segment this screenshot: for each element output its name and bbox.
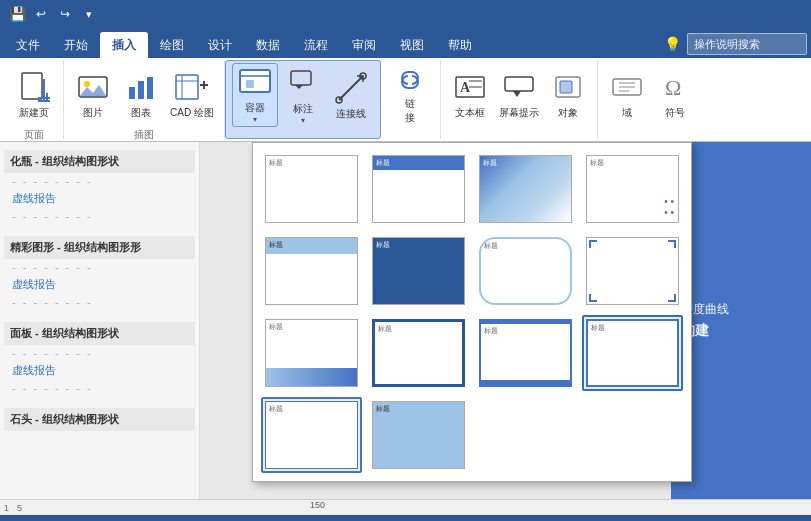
ribbon: 文件 开始 插入 绘图 设计 数据 流程 审阅 视图 帮助 💡 操作说明搜索 新… [0, 28, 811, 142]
right-panel-line1: 密度曲线 [681, 301, 801, 318]
container-thumb-3[interactable]: 标题 [475, 151, 576, 227]
sidebar-dashes-1: - - - - - - - - [4, 175, 195, 187]
container-thumb-5[interactable]: 标题 [261, 233, 362, 309]
tab-design[interactable]: 设计 [196, 32, 244, 58]
new-page-icon [16, 69, 52, 105]
sidebar-dashes-4: - - - - - - - - [4, 296, 195, 308]
picture-label: 图片 [83, 106, 103, 120]
chart-button[interactable]: 图表 [118, 62, 164, 126]
right-panel: 密度曲线 构建 [671, 142, 811, 499]
svg-rect-0 [22, 73, 42, 99]
tab-home[interactable]: 开始 [52, 32, 100, 58]
container-thumb-7[interactable]: 标题 [475, 233, 576, 309]
container-thumb-1[interactable]: 标题 [261, 151, 362, 227]
container-thumb-10[interactable]: 标题 [368, 315, 469, 391]
save-icon[interactable]: 💾 [8, 5, 26, 23]
sidebar-section-3-title: 面板 - 组织结构图形状 [4, 322, 195, 345]
link-label: 链接 [405, 97, 415, 125]
container-thumb-4[interactable]: 标题 • •• • [582, 151, 683, 227]
tooltip-button[interactable]: 屏幕提示 [495, 62, 543, 126]
title-bar-icons: 💾 ↩ ↪ ▾ [8, 5, 98, 23]
container-thumb-empty-1 [475, 397, 576, 473]
object-icon [550, 69, 586, 105]
textbox-button[interactable]: A 文本框 [447, 62, 493, 126]
ribbon-group-container-items: 容器 ▾ 标注 ▾ 连接线 [232, 63, 374, 134]
annotation-label: 标注 [293, 102, 313, 116]
annotation-icon [285, 65, 321, 101]
ruler-number-2: 5 [17, 503, 22, 513]
container-thumbnail-grid: 标题 标题 标题 标题 • •• • [261, 151, 683, 473]
picture-button[interactable]: 图片 [70, 62, 116, 126]
container-thumb-11[interactable]: 标题 [475, 315, 576, 391]
sidebar-section-1-title: 化瓶 - 组织结构图形状 [4, 150, 195, 173]
tab-help[interactable]: 帮助 [436, 32, 484, 58]
ribbon-group-insert-items: 图片 图表 CAD 绘图 [70, 62, 218, 126]
container-thumb-6[interactable]: 标题 [368, 233, 469, 309]
sidebar-dashes-6: - - - - - - - - [4, 382, 195, 394]
container-thumb-8[interactable] [582, 233, 683, 309]
svg-rect-15 [240, 70, 270, 92]
tab-data[interactable]: 数据 [244, 32, 292, 58]
container-label: 容器 [245, 101, 265, 115]
new-page-button[interactable]: 新建页 [11, 62, 57, 126]
svg-point-6 [84, 81, 90, 87]
textbox-icon: A [452, 69, 488, 105]
lightbulb-icon: 💡 [664, 36, 681, 52]
svg-line-20 [339, 76, 363, 100]
connector-icon [333, 70, 369, 106]
svg-rect-8 [138, 81, 144, 99]
link-button[interactable]: 链接 [387, 62, 433, 126]
tab-review[interactable]: 审阅 [340, 32, 388, 58]
link-icon [392, 64, 428, 96]
field-icon [609, 69, 645, 105]
object-button[interactable]: 对象 [545, 62, 591, 126]
object-label: 对象 [558, 106, 578, 120]
symbol-button[interactable]: Ω 符号 [652, 62, 698, 126]
svg-rect-18 [291, 71, 311, 85]
container-thumb-14[interactable]: 标题 [368, 397, 469, 473]
chart-icon [123, 69, 159, 105]
ribbon-group-other: 域 Ω 符号 [598, 60, 704, 139]
field-button[interactable]: 域 [604, 62, 650, 126]
chart-label: 图表 [131, 106, 151, 120]
cad-button[interactable]: CAD 绘图 [166, 62, 218, 126]
ribbon-group-page: 新建页 页面 [4, 60, 64, 139]
insert-group-label: 插图 [134, 126, 154, 142]
undo-icon[interactable]: ↩ [32, 5, 50, 23]
container-thumb-13[interactable]: 标题 [261, 397, 362, 473]
container-thumb-empty-2 [582, 397, 683, 473]
sidebar-link-1[interactable]: 虚线报告 [4, 189, 195, 208]
container-thumb-9[interactable]: 标题 [261, 315, 362, 391]
title-bar: 💾 ↩ ↪ ▾ [0, 0, 811, 28]
container-icon [237, 66, 273, 100]
ribbon-content: 新建页 页面 图片 图表 [0, 58, 811, 142]
sidebar-link-2[interactable]: 虚线报告 [4, 275, 195, 294]
more-icon[interactable]: ▾ [80, 5, 98, 23]
container-button[interactable]: 容器 ▾ [232, 63, 278, 127]
ruler-number-1: 1 [4, 503, 9, 513]
tab-view[interactable]: 视图 [388, 32, 436, 58]
annotation-button[interactable]: 标注 ▾ [280, 63, 326, 127]
ruler-marker-150: 150 [310, 500, 325, 510]
ribbon-tabs: 文件 开始 插入 绘图 设计 数据 流程 审阅 视图 帮助 💡 操作说明搜索 [0, 28, 811, 58]
sidebar-link-3[interactable]: 虚线报告 [4, 361, 195, 380]
connector-button[interactable]: 连接线 [328, 63, 374, 127]
tab-insert[interactable]: 插入 [100, 32, 148, 58]
left-sidebar: 化瓶 - 组织结构图形状 - - - - - - - - 虚线报告 - - - … [0, 142, 200, 499]
container-thumb-12[interactable]: 标题 [582, 315, 683, 391]
ribbon-search[interactable]: 操作说明搜索 [687, 33, 807, 55]
ribbon-group-other-items: 域 Ω 符号 [604, 62, 698, 137]
tab-file[interactable]: 文件 [4, 32, 52, 58]
symbol-label: 符号 [665, 106, 685, 120]
right-panel-line2: 构建 [681, 322, 801, 340]
svg-rect-10 [176, 75, 198, 99]
ribbon-search-label: 操作说明搜索 [694, 37, 760, 52]
ribbon-group-link: 链接 [381, 60, 441, 139]
ruler-bar: 1 5 150 [0, 499, 811, 515]
tab-flow[interactable]: 流程 [292, 32, 340, 58]
redo-icon[interactable]: ↪ [56, 5, 74, 23]
sidebar-dashes-2: - - - - - - - - [4, 210, 195, 222]
main-content: 密度曲线 构建 标题 标题 [200, 142, 811, 499]
tab-draw[interactable]: 绘图 [148, 32, 196, 58]
container-thumb-2[interactable]: 标题 [368, 151, 469, 227]
